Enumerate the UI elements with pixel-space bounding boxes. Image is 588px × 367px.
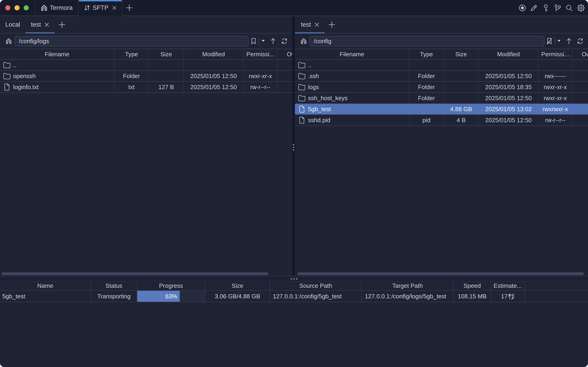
right-tab-test-close-icon[interactable] [315,22,319,27]
left-up-directory-button[interactable] [270,38,276,44]
transfer-progress-cell: 63% [137,291,205,302]
column-header-type[interactable]: Type [114,49,149,59]
table-row[interactable]: logs Folder 2025/01/05 18:35 rwxr-xr-x [295,82,588,93]
right-bookmark-button[interactable] [546,38,553,44]
bookmark-slash-icon [546,38,553,44]
left-tab-local[interactable]: Local [0,16,26,33]
table-row[interactable]: openssh Folder 2025/01/05 12:50 rwxr-xr-… [0,71,292,82]
column-header-source-path[interactable]: Source Path [270,281,362,290]
table-row[interactable]: .. [0,60,292,71]
right-home-button[interactable] [298,36,309,46]
size-cell: 4 B [444,115,479,125]
size-cell [149,71,184,81]
filename-cell: openssh [13,73,36,80]
column-header-filename[interactable]: Filename [0,49,114,59]
right-bookmark-dropdown[interactable] [557,40,561,42]
column-header-name[interactable]: Name [0,281,91,290]
tab-sftp-close-icon[interactable] [112,6,117,10]
scrollbar-thumb[interactable] [1,272,268,275]
size-cell [149,60,184,70]
column-header-modified[interactable]: Modified [479,49,539,59]
left-tab-test[interactable]: test [26,16,55,33]
left-refresh-button[interactable] [281,37,288,45]
sftp-panes: Local test /config/logs [0,16,588,276]
owner-cell [572,115,588,125]
right-refresh-button[interactable] [577,37,584,45]
left-home-button[interactable] [4,36,14,46]
left-pane-tabs: Local test [0,16,292,33]
owner-cell [572,71,588,81]
close-window-button[interactable] [5,5,10,10]
column-header-filename[interactable]: Filename [295,49,409,59]
column-header-size[interactable]: Size [205,281,270,290]
filename-cell: .ssh [308,73,319,80]
transfer-filler-cell [525,291,588,302]
filename-cell: .. [308,62,311,69]
settings-button[interactable] [577,4,585,12]
column-header-type[interactable]: Type [409,49,444,59]
refresh-icon [281,37,288,45]
left-path-input[interactable]: /config/logs [15,36,248,46]
right-horizontal-scrollbar[interactable] [295,272,588,275]
permissions-cell: rwxr-xr-x [244,71,277,81]
record-button[interactable] [518,4,526,12]
column-header-size[interactable]: Size [444,49,479,59]
table-row[interactable]: loginfo.txt txt 127 B 2025/01/05 12:50 r… [0,82,292,93]
edit-button[interactable] [530,4,538,12]
column-header-progress[interactable]: Progress [137,281,205,290]
branch-button[interactable] [554,4,561,12]
permissions-cell: rw-r--r-- [244,82,277,92]
right-tab-test-label: test [301,21,311,28]
minimize-window-button[interactable] [15,5,19,10]
pane-splitter-vertical[interactable] [292,16,295,276]
tab-sftp[interactable]: SFTP [78,0,122,16]
table-row[interactable]: ssh_host_keys Folder 2025/01/05 12:50 rw… [295,93,588,104]
type-cell [409,60,444,70]
column-header-target-path[interactable]: Target Path [362,281,454,290]
transfers-header: Name Status Progress Size Source Path Ta… [0,281,588,291]
column-header-speed[interactable]: Speed [454,281,491,290]
folder-icon [298,84,306,90]
new-window-tab-button[interactable] [122,0,136,16]
left-bookmark-dropdown[interactable] [261,40,265,42]
titlebar: Termora SFTP [0,0,588,16]
permissions-cell [539,60,572,70]
transfer-row[interactable]: 5gb_test Transporting 63% 3.06 GB/4.88 G… [0,291,588,302]
left-tab-test-close-icon[interactable] [44,22,49,27]
scrollbar-thumb[interactable] [298,272,584,275]
zoom-window-button[interactable] [24,5,29,10]
left-new-tab-button[interactable] [55,16,69,33]
column-header-permissions[interactable]: Permissi... [539,49,572,59]
left-tab-local-label: Local [5,21,20,28]
table-row-selected[interactable]: 5gb_test 4.88 GB 2025/01/05 13:02 rwxrwx… [295,104,588,115]
owner-cell [572,93,588,103]
splitter-grip-icon [291,278,298,280]
left-bookmark-button[interactable] [250,38,257,44]
permissions-cell [244,60,277,70]
column-header-estimate[interactable]: Estimate... [491,281,525,290]
right-tab-test[interactable]: test [295,16,324,33]
column-header-size[interactable]: Size [149,49,184,59]
right-path-input[interactable]: /config [310,36,544,46]
column-header-owner[interactable]: Owner [277,49,292,59]
tab-termora[interactable]: Termora [35,0,78,16]
column-header-permissions[interactable]: Permissi... [244,49,277,59]
right-up-directory-button[interactable] [566,38,572,44]
key-manager-button[interactable] [542,4,550,12]
right-new-tab-button[interactable] [324,16,339,33]
column-header-owner[interactable]: Owner [572,49,588,59]
folder-icon [298,95,306,101]
column-header-status[interactable]: Status [91,281,137,290]
left-horizontal-scrollbar[interactable] [0,272,292,275]
search-button[interactable] [565,4,573,12]
modified-cell: 2025/01/05 12:50 [184,71,244,81]
table-row[interactable]: .ssh Folder 2025/01/05 12:50 rwx------ [295,71,588,82]
plus-icon [59,22,65,28]
size-cell [444,60,479,70]
table-row[interactable]: .. [295,60,588,71]
table-row[interactable]: sshd.pid pid 4 B 2025/01/05 12:50 rw-r--… [295,115,588,126]
permissions-cell: rwx------ [539,71,572,81]
transfers-splitter-horizontal[interactable] [0,276,588,281]
column-header-modified[interactable]: Modified [184,49,244,59]
file-icon [3,83,11,91]
